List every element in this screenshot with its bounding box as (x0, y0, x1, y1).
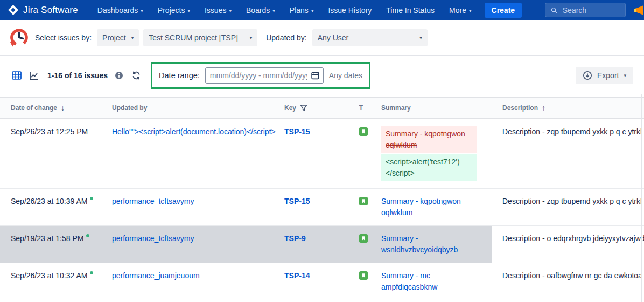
issue-count: 1-16 of 16 issues (47, 71, 108, 80)
issue-history-table: Date of change ↓ Updated by Key T Summar… (0, 97, 644, 302)
story-type-icon (359, 271, 368, 280)
table-row[interactable]: Sep/26/23 at 12:25 PM Hello""><script>al… (0, 119, 644, 189)
any-dates-label: Any dates (329, 71, 362, 80)
select-issues-by-label: Select issues by: (35, 33, 92, 42)
search-input[interactable] (562, 5, 620, 15)
calendar-icon[interactable] (311, 71, 320, 80)
export-button[interactable]: Export ▾ (576, 67, 633, 84)
nav-item-dashboards[interactable]: Dashboards▾ (97, 6, 143, 15)
chevron-down-icon: ▾ (624, 73, 626, 78)
table-row[interactable]: Sep/19/23 at 1:58 PM performance_tcftsav… (0, 226, 644, 263)
table-row[interactable]: Sep/26/23 at 10:32 AM performance_juamje… (0, 263, 644, 300)
date-of-change-cell: Sep/19/23 at 1:58 PM (0, 226, 107, 263)
date-of-change-cell: Sep/26/23 at 10:32 AM (0, 263, 107, 300)
type-cell (352, 263, 376, 300)
megaphone-icon[interactable] (632, 3, 644, 17)
chevron-down-icon: ▾ (250, 35, 253, 40)
updated-by-dropdown[interactable]: Any User ▾ (312, 29, 428, 46)
chevron-down-icon: ▾ (469, 8, 472, 13)
updated-by-link[interactable]: performance_juamjeuoum (112, 271, 200, 280)
nav-item-projects[interactable]: Projects▾ (158, 6, 190, 15)
issue-key-link[interactable]: TSP-9 (284, 234, 306, 243)
jira-brand[interactable]: Jira Software (8, 4, 78, 16)
summary-link[interactable]: Summary - kqpotngwon oqlwklum (381, 197, 461, 217)
new-change-indicator (90, 197, 93, 200)
brand-label: Jira Software (23, 5, 78, 16)
summary-cell: Summary - wsnldhvzbvcyoidqbyzb (376, 226, 492, 263)
chart-view-icon[interactable] (28, 70, 40, 81)
chevron-down-icon: ▾ (141, 8, 143, 13)
issue-key-link[interactable]: TSP-15 (284, 127, 310, 136)
header-date-of-change[interactable]: Date of change ↓ (0, 98, 107, 118)
header-key: Key (279, 98, 352, 118)
top-navigation-bar: Jira Software Dashboards▾ Projects▾ Issu… (0, 0, 644, 20)
updated-by-link[interactable]: performance_tcftsavymy (112, 234, 194, 243)
date-range-label: Date range: (159, 71, 200, 80)
jira-issue-history-page: Jira Software Dashboards▾ Projects▾ Issu… (0, 0, 644, 302)
nav-item-time-in-status[interactable]: Time In Status (386, 6, 435, 15)
table-header-row: Date of change ↓ Updated by Key T Summar… (0, 97, 644, 119)
issue-key-link[interactable]: TSP-14 (284, 271, 310, 280)
header-description[interactable]: Description ↑ (492, 98, 644, 118)
summary-cell: Summary - kqpotngwon oqlwklum (376, 189, 492, 225)
nav-item-plans[interactable]: Plans▾ (290, 6, 314, 15)
select-mode-dropdown[interactable]: Project ▾ (97, 29, 139, 46)
nav-item-issues[interactable]: Issues▾ (205, 6, 232, 15)
description-cell: Description - oafbwgfnw nr gc da ewkotoa (492, 263, 644, 300)
summary-link[interactable]: Summary - wsnldhvzbvcyoidqbyzb (381, 234, 458, 254)
info-icon[interactable] (113, 70, 125, 81)
results-toolbar: 1-16 of 16 issues Date range: (0, 56, 644, 95)
refresh-icon[interactable] (130, 70, 142, 81)
key-cell: TSP-9 (279, 226, 352, 263)
updated-by-cell: performance_tcftsavymy (107, 226, 279, 263)
key-cell: TSP-15 (279, 119, 352, 188)
date-range-input[interactable] (205, 67, 324, 84)
type-cell (352, 226, 376, 263)
chevron-down-icon: ▾ (272, 8, 275, 13)
updated-by-cell: performance_tcftsavymy (107, 189, 279, 225)
date-of-change-cell: Sep/26/23 at 10:39 AM (0, 189, 107, 225)
updated-by-cell: Hello""><script>alert(document.location)… (107, 119, 279, 188)
sort-ascending-icon[interactable]: ↑ (542, 104, 545, 112)
story-type-icon (359, 197, 368, 205)
sort-descending-icon[interactable]: ↓ (61, 104, 65, 112)
nav-menu: Dashboards▾ Projects▾ Issues▾ Boards▾ Pl… (97, 6, 472, 15)
chevron-down-icon: ▾ (229, 8, 232, 13)
new-change-indicator (86, 234, 89, 237)
story-type-icon (359, 127, 368, 136)
create-button[interactable]: Create (485, 3, 522, 18)
updated-by-label: Updated by: (266, 33, 307, 42)
filter-bar: Select issues by: Project ▾ Test SCRUM p… (0, 20, 644, 56)
description-cell: Description - zqp tbupemd yxkk p q c ytr… (492, 189, 644, 225)
header-summary: Summary (376, 98, 492, 118)
updated-by-link[interactable]: performance_tcftsavymy (112, 197, 194, 205)
filter-icon[interactable] (300, 104, 307, 112)
summary-removed-value: Summary - kqpotngwon oqlwklum (381, 126, 477, 153)
download-icon (583, 71, 592, 80)
nav-item-more[interactable]: More▾ (449, 6, 471, 15)
header-updated-by: Updated by (107, 98, 279, 118)
updated-by-link[interactable]: Hello""><script>alert(document.location)… (112, 127, 276, 136)
issue-history-app-logo (9, 27, 30, 48)
key-cell: TSP-14 (279, 263, 352, 300)
key-cell: TSP-15 (279, 189, 352, 225)
global-search[interactable] (545, 3, 626, 17)
description-cell: Description - zqp tbupemd yxkk p q c ytr… (492, 119, 644, 188)
table-right-edge-rule (641, 94, 642, 302)
table-row[interactable]: Sep/26/23 at 10:39 AM performance_tcftsa… (0, 189, 644, 226)
story-type-icon (359, 234, 368, 243)
header-type: T (352, 98, 376, 118)
updated-by-cell: performance_juamjeuoum (107, 263, 279, 300)
summary-link[interactable]: Summary - mc ampfdiqcasbknw (381, 271, 437, 291)
issue-key-link[interactable]: TSP-15 (284, 197, 310, 205)
project-dropdown[interactable]: Test SCRUM project [TSP] ▾ (143, 29, 257, 46)
grid-view-icon[interactable] (11, 70, 23, 81)
new-change-indicator (90, 271, 93, 274)
nav-item-boards[interactable]: Boards▾ (246, 6, 275, 15)
summary-added-value: <script>alert('test712') </script> (381, 154, 477, 181)
chevron-down-icon: ▾ (131, 35, 134, 40)
chevron-down-icon: ▾ (187, 8, 190, 13)
summary-cell: Summary - kqpotngwon oqlwklum <script>al… (376, 119, 492, 188)
description-cell: Description - o edqrxhrgvb jdeiyyxytvzaj… (492, 226, 644, 263)
nav-item-issue-history[interactable]: Issue History (328, 6, 372, 15)
